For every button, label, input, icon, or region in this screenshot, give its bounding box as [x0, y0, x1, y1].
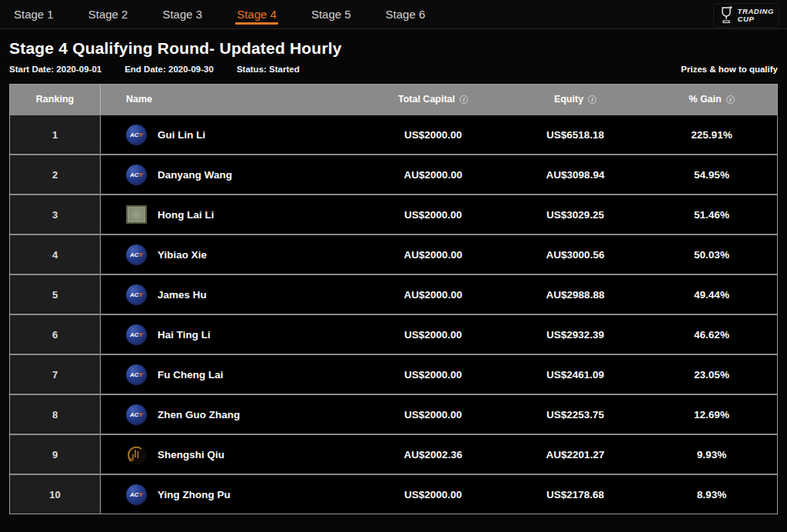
equity-cell: US$2932.39 — [504, 315, 646, 354]
table-row: 8 ACY Zhen Guo Zhang US$2000.00 US$2253.… — [10, 394, 777, 434]
acy-logo-avatar: ACY — [126, 125, 147, 145]
rank-cell: 3 — [10, 195, 101, 234]
table-row: 7 ACY Fu Cheng Lai US$2000.00 US$2461.09… — [10, 354, 777, 394]
rank-cell: 6 — [10, 315, 101, 354]
acy-logo-icon: ACY — [126, 404, 147, 425]
tab-stage-5[interactable]: Stage 5 — [307, 0, 356, 28]
main-content: Stage 4 Qualifying Round- Updated Hourly… — [0, 39, 787, 514]
trader-name: Zhen Guo Zhang — [158, 409, 240, 421]
dollar-bill-avatar: ACY — [126, 204, 147, 225]
equity-cell: AU$3098.94 — [504, 155, 646, 194]
info-icon[interactable]: i — [726, 95, 735, 104]
name-cell: ACY James Hu — [101, 275, 362, 314]
tab-label: Stage 2 — [88, 8, 128, 21]
name-cell: ACY Shengshi Qiu — [101, 435, 362, 474]
acy-logo-icon: ACY — [126, 364, 147, 385]
column-label: Name — [126, 94, 152, 105]
acy-logo-avatar: ACY — [126, 244, 147, 265]
name-cell: ACY Yibiao Xie — [101, 235, 362, 274]
tab-label: Stage 5 — [311, 8, 351, 21]
trader-name: Yibiao Xie — [158, 249, 207, 261]
gain-cell: 12.69% — [646, 395, 777, 434]
total-capital-cell: US$2000.00 — [362, 195, 504, 234]
tab-stage-2[interactable]: Stage 2 — [84, 0, 133, 28]
trader-name: Ying Zhong Pu — [158, 489, 231, 500]
acy-logo-avatar: ACY — [126, 165, 147, 185]
column-header-name: Name — [101, 85, 362, 114]
gain-cell: 23.05% — [646, 355, 777, 394]
table-row: 5 ACY James Hu AU$2000.00 AU$2988.88 49.… — [10, 274, 777, 314]
total-capital-cell: US$2000.00 — [362, 315, 504, 354]
acy-logo-avatar: ACY — [126, 484, 147, 505]
acy-logo-icon: ACY — [126, 484, 147, 505]
logo-text: TRADING CUP — [738, 8, 774, 23]
tab-label: Stage 6 — [386, 8, 426, 21]
table-header-row: Ranking Name Total Capital i Equity i % … — [10, 85, 777, 114]
trader-name: Danyang Wang — [158, 169, 232, 181]
rank-cell: 10 — [10, 475, 101, 514]
column-header-total-capital: Total Capital i — [362, 85, 504, 114]
name-cell: ACY Fu Cheng Lai — [101, 355, 362, 394]
acy-logo-icon: ACY — [126, 244, 147, 265]
column-header-ranking: Ranking — [10, 85, 101, 114]
tab-stage-6[interactable]: Stage 6 — [381, 0, 430, 28]
info-icon[interactable]: i — [588, 95, 596, 104]
name-cell: ACY Hai Ting Li — [101, 315, 362, 354]
meta-row: Start Date: 2020-09-01 End Date: 2020-09… — [9, 65, 778, 74]
column-label: Equity — [554, 94, 583, 105]
meta-dates: Start Date: 2020-09-01 End Date: 2020-09… — [9, 65, 300, 74]
total-capital-cell: AU$2000.00 — [362, 235, 504, 274]
tab-stage-3[interactable]: Stage 3 — [158, 0, 207, 28]
stage-tab-bar: Stage 1 Stage 2 Stage 3 Stage 4 Stage 5 … — [0, 0, 787, 29]
info-icon[interactable]: i — [460, 95, 468, 104]
rank-cell: 4 — [10, 235, 101, 274]
rank-cell: 7 — [10, 355, 101, 394]
start-date-label: Start Date: 2020-09-01 — [9, 65, 101, 74]
total-capital-cell: AU$2000.00 — [362, 155, 504, 194]
trader-name: Gui Lin Li — [158, 129, 205, 141]
rank-cell: 1 — [10, 115, 101, 154]
column-label: Ranking — [36, 94, 74, 105]
equity-cell: US$3029.25 — [504, 195, 646, 234]
table-row: 6 ACY Hai Ting Li US$2000.00 US$2932.39 … — [10, 314, 777, 354]
table-row: 10 ACY Ying Zhong Pu US$2000.00 US$2178.… — [10, 474, 777, 514]
total-capital-cell: AU$2000.00 — [362, 275, 504, 314]
gain-cell: 8.93% — [646, 475, 777, 514]
gain-cell: 54.95% — [646, 155, 777, 194]
acy-logo-avatar: ACY — [126, 404, 147, 425]
tab-stage-1[interactable]: Stage 1 — [9, 0, 58, 28]
rank-cell: 9 — [10, 435, 101, 474]
trader-name: Fu Cheng Lai — [158, 369, 224, 381]
equity-cell: US$2461.09 — [504, 355, 646, 394]
equity-cell: AU$3000.56 — [504, 235, 646, 274]
equity-cell: AU$2988.88 — [504, 275, 646, 314]
equity-cell: AU$2201.27 — [504, 435, 646, 474]
acy-logo-avatar: ACY — [126, 364, 147, 385]
logo-line-2: CUP — [738, 15, 755, 23]
tab-label: Stage 4 — [237, 8, 277, 21]
trading-cup-logo: TRADING CUP — [713, 3, 779, 28]
total-capital-cell: US$2000.00 — [362, 115, 504, 154]
total-capital-cell: US$2000.00 — [362, 475, 504, 514]
equity-cell: US$2178.68 — [504, 475, 646, 514]
acy-logo-icon: ACY — [126, 324, 147, 345]
trader-name: James Hu — [158, 289, 207, 301]
rank-cell: 8 — [10, 395, 101, 434]
prizes-qualify-link[interactable]: Prizes & how to qualify — [681, 65, 778, 74]
name-cell: ACY Ying Zhong Pu — [101, 475, 362, 514]
tab-label: Stage 1 — [14, 8, 54, 21]
tab-stage-4[interactable]: Stage 4 — [232, 0, 281, 28]
table-body: 1 ACY Gui Lin Li US$2000.00 US$6518.18 2… — [10, 114, 777, 514]
acy-logo-icon: ACY — [126, 165, 147, 185]
name-cell: ACY Hong Lai Li — [101, 195, 362, 234]
end-date-label: End Date: 2020-09-30 — [125, 65, 214, 74]
rank-cell: 5 — [10, 275, 101, 314]
tab-label: Stage 3 — [162, 8, 202, 21]
acy-logo-icon: ACY — [126, 125, 147, 145]
column-label: Total Capital — [398, 94, 455, 105]
gain-cell: 49.44% — [646, 275, 777, 314]
gold-emblem-icon — [126, 444, 147, 465]
page-title: Stage 4 Qualifying Round- Updated Hourly — [9, 39, 778, 58]
total-capital-cell: US$2000.00 — [362, 355, 504, 394]
column-label: % Gain — [689, 94, 721, 105]
